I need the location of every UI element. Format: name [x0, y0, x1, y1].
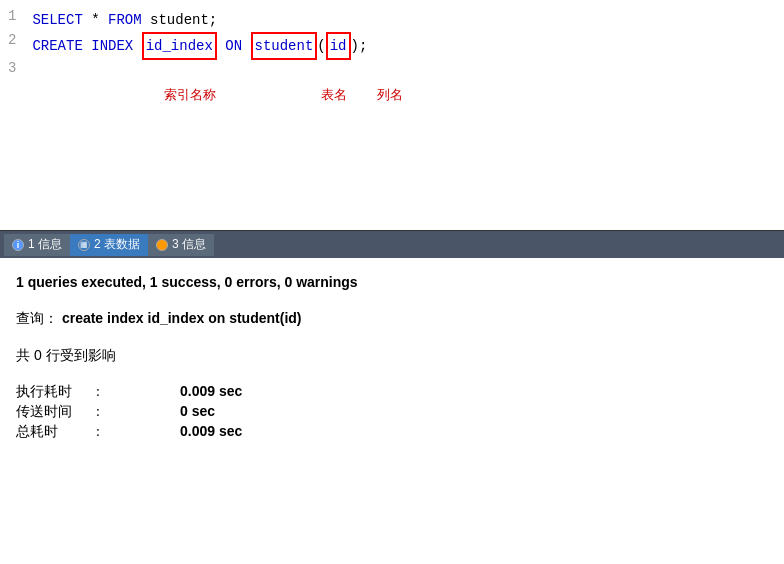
timing-total-sep: :	[96, 424, 176, 440]
code-line-2: 2 CREATE INDEX id_index ON student ( id …	[0, 32, 784, 60]
code-space-3	[217, 34, 225, 58]
code-table-student: student;	[142, 8, 218, 32]
timing-exec-sep: :	[96, 384, 176, 400]
table-name-boxed: student	[251, 32, 318, 60]
annotation-col-name: 列名	[377, 86, 403, 104]
output-summary: 1 queries executed, 1 success, 0 errors,…	[16, 272, 768, 293]
timing-total-label: 总耗时	[16, 423, 96, 441]
keyword-index: INDEX	[91, 34, 133, 58]
index-name-boxed: id_index	[142, 32, 217, 60]
code-asterisk: *	[83, 8, 108, 32]
timing-total-value: 0.009 sec	[180, 423, 242, 439]
keyword-create: CREATE	[32, 34, 82, 58]
warning-icon	[156, 239, 168, 251]
code-paren-open: (	[317, 34, 325, 58]
info-icon: i	[12, 239, 24, 251]
timing-exec-label: 执行耗时	[16, 383, 96, 401]
keyword-from: FROM	[108, 8, 142, 32]
timing-transfer-value: 0 sec	[180, 403, 215, 419]
line-number-3: 3	[0, 60, 32, 76]
code-space-1	[83, 34, 91, 58]
timing-transfer-sep: :	[96, 404, 176, 420]
tab-table-data[interactable]: ▦ 2 表数据	[70, 234, 148, 256]
query-label: 查询：	[16, 310, 58, 326]
timing-transfer-label: 传送时间	[16, 403, 96, 421]
timing-table: 执行耗时 : 0.009 sec 传送时间 : 0 sec 总耗时 : 0.00…	[16, 383, 768, 441]
code-text-1: SELECT * FROM student;	[32, 8, 217, 32]
annotation-table-name: 表名	[321, 86, 347, 104]
timing-row-transfer: 传送时间 : 0 sec	[16, 403, 768, 421]
keyword-on: ON	[225, 34, 242, 58]
annotation-row: 索引名称 表名 列名	[0, 86, 784, 114]
tab-bar: i 1 信息 ▦ 2 表数据 3 信息	[0, 230, 784, 258]
query-value: create index id_index on student(id)	[62, 310, 302, 326]
tab-messages[interactable]: 3 信息	[148, 234, 214, 256]
line-number-1: 1	[0, 8, 32, 24]
code-paren-close: );	[351, 34, 368, 58]
code-line-3: 3	[0, 60, 784, 84]
tab-info[interactable]: i 1 信息	[4, 234, 70, 256]
output-query-line: 查询： create index id_index on student(id)	[16, 310, 768, 328]
col-name-boxed: id	[326, 32, 351, 60]
keyword-select: SELECT	[32, 8, 82, 32]
grid-icon: ▦	[78, 239, 90, 251]
tab-2-label: 2 表数据	[94, 236, 140, 253]
timing-row-exec: 执行耗时 : 0.009 sec	[16, 383, 768, 401]
line-number-2: 2	[0, 32, 32, 48]
code-text-2: CREATE INDEX id_index ON student ( id );	[32, 32, 367, 60]
timing-exec-value: 0.009 sec	[180, 383, 242, 399]
output-area: 1 queries executed, 1 success, 0 errors,…	[0, 258, 784, 564]
output-affected: 共 0 行受到影响	[16, 345, 768, 366]
code-line-1: 1 SELECT * FROM student;	[0, 8, 784, 32]
code-space-4	[242, 34, 250, 58]
tab-3-label: 3 信息	[172, 236, 206, 253]
code-editor: 1 SELECT * FROM student; 2 CREATE INDEX …	[0, 0, 784, 230]
timing-row-total: 总耗时 : 0.009 sec	[16, 423, 768, 441]
annotation-index-name: 索引名称	[164, 86, 216, 104]
tab-1-label: 1 信息	[28, 236, 62, 253]
code-space-2	[133, 34, 141, 58]
